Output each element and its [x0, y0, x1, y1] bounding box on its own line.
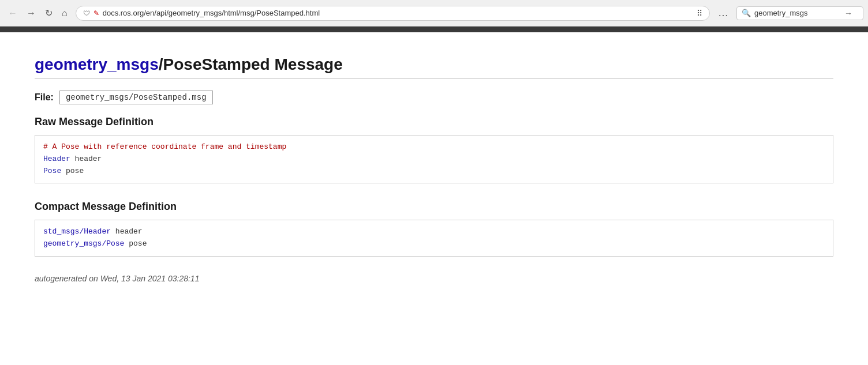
- shield-icon: 🛡: [83, 9, 90, 17]
- std-msgs-header-link[interactable]: std_msgs/Header: [43, 227, 111, 236]
- menu-button[interactable]: …: [714, 6, 732, 20]
- compact-section-heading: Compact Message Definition: [35, 201, 833, 213]
- compact-section: Compact Message Definition std_msgs/Head…: [35, 201, 833, 257]
- autogenerated-text: autogenerated on Wed, 13 Jan 2021 03:28:…: [35, 274, 833, 283]
- browser-chrome: ← → ↻ ⌂ 🛡 ✎ ⠿ … 🔍 →: [0, 0, 868, 27]
- raw-code-line3: Pose pose: [43, 165, 825, 178]
- tab-bar: [0, 27, 868, 32]
- raw-code-block: # A Pose with reference coordinate frame…: [35, 135, 833, 183]
- file-label: File:: [35, 92, 54, 103]
- raw-section-heading: Raw Message Definition: [35, 116, 833, 128]
- qr-icon: ⠿: [697, 9, 702, 18]
- compact-line2: geometry_msgs/Pose pose: [43, 238, 825, 250]
- back-button[interactable]: ←: [5, 7, 21, 20]
- compact-line1-rest: header: [111, 227, 143, 236]
- raw-header-rest: header: [70, 155, 102, 163]
- title-rest: /PoseStamped Message: [159, 55, 343, 73]
- raw-pose-rest: pose: [61, 167, 84, 175]
- reload-button[interactable]: ↻: [42, 6, 56, 20]
- geometry-msgs-pose-link[interactable]: geometry_msgs/Pose: [43, 239, 124, 248]
- search-icon: 🔍: [742, 9, 751, 17]
- raw-code-line1: # A Pose with reference coordinate frame…: [43, 141, 825, 153]
- search-bar: 🔍 →: [736, 6, 863, 20]
- search-go-button[interactable]: →: [844, 9, 852, 18]
- nav-buttons: ← → ↻ ⌂: [5, 6, 71, 20]
- compact-line2-rest: pose: [124, 239, 147, 248]
- compact-code-block: std_msgs/Header header geometry_msgs/Pos…: [35, 220, 833, 257]
- raw-code-line2: Header header: [43, 153, 825, 165]
- address-bar[interactable]: 🛡 ✎ ⠿: [76, 6, 710, 21]
- raw-comment: # A Pose with reference coordinate frame…: [43, 142, 286, 151]
- url-input[interactable]: [103, 9, 693, 17]
- raw-type-header: Header: [43, 155, 70, 163]
- geometry-msgs-link[interactable]: geometry_msgs: [35, 55, 159, 73]
- page-content: geometry_msgs/PoseStamped Message File: …: [0, 32, 868, 365]
- raw-type-pose: Pose: [43, 167, 61, 175]
- search-input[interactable]: [754, 9, 841, 17]
- page-title: geometry_msgs/PoseStamped Message: [35, 55, 833, 79]
- compact-line1: std_msgs/Header header: [43, 226, 825, 238]
- edit-icon: ✎: [93, 9, 99, 17]
- file-section: File: geometry_msgs/PoseStamped.msg: [35, 91, 833, 104]
- file-name: geometry_msgs/PoseStamped.msg: [59, 91, 213, 104]
- home-button[interactable]: ⌂: [58, 7, 71, 20]
- forward-button[interactable]: →: [23, 7, 39, 20]
